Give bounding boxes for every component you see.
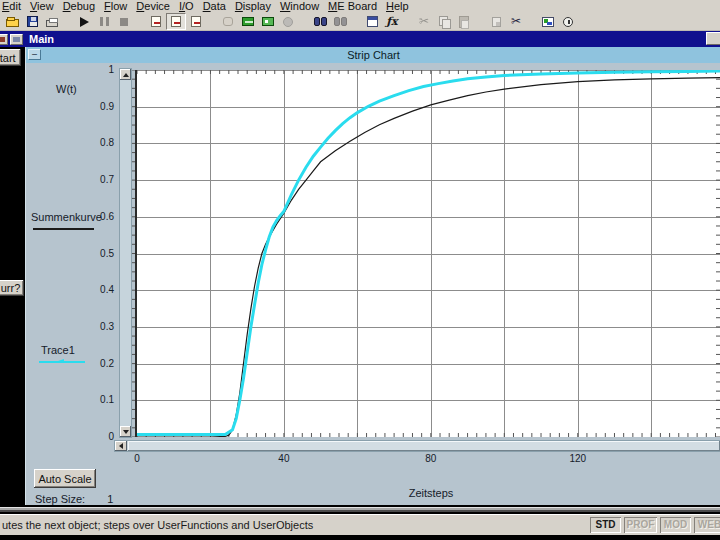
y-tick-label: 0.4 [68,284,114,295]
menu-device[interactable]: Device [136,0,170,13]
y-tick-label: 0.7 [68,174,114,185]
menu-i-o[interactable]: I/O [179,0,194,13]
indicator-prof: PROF [624,517,657,533]
panel-view-icon [542,17,554,27]
timer-icon [563,17,573,27]
step-over-button[interactable] [166,13,186,30]
step-out-button[interactable] [186,13,206,30]
find-next-button [330,13,350,30]
clone-button [486,13,506,30]
arrow-down-icon [123,430,129,434]
scroll-down-button[interactable] [120,426,131,437]
pause-icon [100,17,109,26]
menu-me-board[interactable]: ME Board [328,0,377,13]
indicator-std: STD [590,517,621,533]
x-tick-label: 120 [558,453,598,464]
paste-button [454,13,474,30]
scroll-left-button[interactable] [115,441,127,451]
x-axis-name: Zeitsteps [381,487,481,499]
menu-bar: EditViewDebugFlowDeviceI/ODataDisplayWin… [0,0,720,13]
menu-help[interactable]: Help [386,0,409,13]
main-window-icon[interactable] [10,34,23,45]
function-button[interactable]: ƒx [382,13,402,30]
auto-scale-button[interactable]: Auto Scale [34,469,96,488]
open-icon [6,19,19,27]
scrollbar-thumb[interactable] [128,441,720,451]
status-bar: utes the next object; steps over UserFun… [0,514,720,535]
x-tick-label: 40 [264,453,304,464]
strip-chart-canvas [132,70,720,437]
menu-data[interactable]: Data [203,0,226,13]
menu-edit[interactable]: Edit [2,0,21,13]
strip-chart-title: Strip Chart [26,49,720,61]
menu-debug[interactable]: Debug [63,0,95,13]
strip-chart-panel: – Strip Chart W(t) Summenkurve Trace1 10… [25,47,720,505]
step-size-label: Step Size: [35,493,85,505]
copy-icon [439,16,450,28]
menu-display[interactable]: Display [235,0,271,13]
function-icon: ƒx [385,15,399,28]
main-window-titlebar: Main [0,31,720,47]
run-button[interactable] [74,13,94,30]
start-button[interactable]: Start [0,49,21,66]
save-icon [27,16,38,27]
properties-button[interactable] [362,13,382,30]
y-tick-label: 0.6 [68,211,114,222]
delete-icon: ✂ [509,15,523,28]
y-axis-scrollbar[interactable] [119,68,132,438]
menu-flow[interactable]: Flow [104,0,127,13]
cut-icon: ✂ [417,15,431,28]
y-tick-label: 0.1 [68,394,114,405]
step-size-row: Step Size:1 [35,493,113,505]
x-tick-label: 0 [117,453,157,464]
strip-chart-titlebar: – Strip Chart [26,47,720,63]
run-icon [80,17,89,27]
copy-button [434,13,454,30]
find-icon [334,17,347,26]
window-bottom-edge [0,507,720,512]
timer-button[interactable] [558,13,578,30]
save-button[interactable] [22,13,42,30]
step-into-button[interactable] [146,13,166,30]
panel-view-button[interactable] [538,13,558,30]
clone-icon [492,17,501,27]
y-axis-tick-labels: 10.90.80.70.60.50.40.30.20.10 [68,70,114,437]
print-button[interactable] [42,13,62,30]
workspace: Start – Strip Chart W(t) Summenkurve Tra… [0,47,720,505]
clipped-panel-button[interactable]: urr? [0,280,24,296]
cut-button: ✂ [414,13,434,30]
status-message: utes the next object; steps over UserFun… [2,519,313,531]
menu-view[interactable]: View [30,0,54,13]
y-tick-label: 0.8 [68,137,114,148]
toolbar: ƒx✂✂ [0,13,720,31]
step-icon [151,16,161,27]
io-button[interactable] [258,13,278,30]
x-axis-tick-labels: 04080120 [26,453,720,465]
hand-icon [223,17,233,26]
program-icon[interactable] [0,34,8,45]
delete-button[interactable]: ✂ [506,13,526,30]
arrow-up-icon [123,73,129,77]
globe-icon [283,17,293,27]
step-size-value[interactable]: 1 [107,493,113,505]
x-axis-scrollbar[interactable] [114,440,720,452]
hand-button [218,13,238,30]
print-icon [46,20,58,27]
find-icon [314,17,327,26]
y-tick-label: 0.5 [68,248,114,259]
y-tick-label: 0.3 [68,321,114,332]
step-icon [191,16,201,27]
find-button[interactable] [310,13,330,30]
menu-window[interactable]: Window [280,0,319,13]
window-control-button[interactable] [706,32,720,45]
scroll-up-button[interactable] [120,69,131,80]
indicator-web: WEB [694,517,720,533]
device-button[interactable] [238,13,258,30]
y-tick-label: 1 [68,64,114,75]
y-tick-label: 0.9 [68,101,114,112]
properties-icon [367,16,378,27]
indicator-mod: MOD [660,517,691,533]
plot-area [132,70,720,437]
device-icon [242,17,254,26]
open-button[interactable] [2,13,22,30]
